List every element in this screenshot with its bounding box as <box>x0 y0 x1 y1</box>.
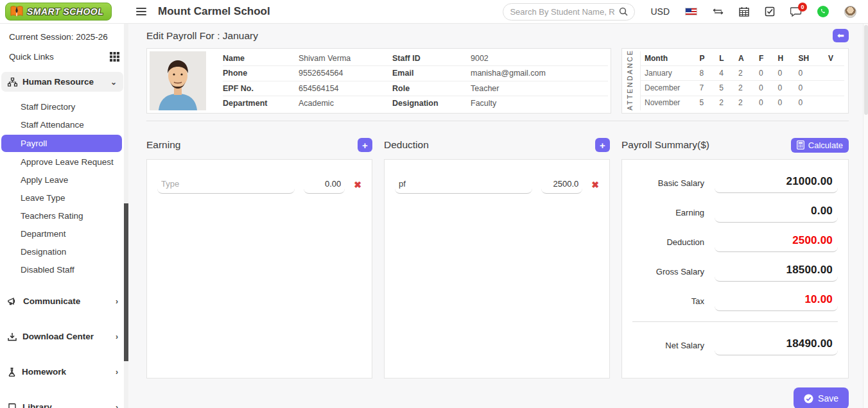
staff-details-table: NameShivam Verma Staff ID9002 Phone95526… <box>223 51 608 110</box>
section-label: Human Resource <box>22 77 94 87</box>
sidebar-item-leave-type[interactable]: Leave Type <box>0 189 128 207</box>
deduction-amount-input[interactable] <box>541 175 582 194</box>
book-pen-icon <box>10 5 24 18</box>
currency-selector[interactable]: USD <box>650 6 670 17</box>
earning-type-input[interactable] <box>157 175 295 194</box>
staff-row: Phone9552654564 Emailmanisha@gmail.com <box>223 66 608 81</box>
sitemap-icon <box>8 78 17 87</box>
sidebar-section-homework[interactable]: Homework › <box>0 359 128 384</box>
summary-row-deduction: Deduction 2500.00 <box>632 233 838 252</box>
deduction-entry-row: ✖ <box>395 175 599 194</box>
chevron-right-icon: › <box>116 368 118 377</box>
summary-row-basic-salary: Basic Salary 21000.00 <box>632 174 838 193</box>
save-button[interactable]: Save <box>794 387 849 408</box>
quick-links[interactable]: Quick Links <box>0 44 128 69</box>
payroll-summary-card: Basic Salary 21000.00 Earning 0.00 Deduc… <box>621 159 849 378</box>
staff-row: EPF No.654564154 RoleTeacher <box>223 81 608 96</box>
back-arrow-icon: ⬅ <box>837 31 844 40</box>
sidebar-item-apply-leave[interactable]: Apply Leave <box>0 171 128 189</box>
sidebar-section-library[interactable]: Library › <box>0 395 128 408</box>
deduction-type-input[interactable] <box>395 175 532 194</box>
deduction-column: Deduction + ✖ <box>384 137 610 378</box>
language-flag-icon[interactable] <box>685 8 697 15</box>
summary-row-gross-salary: Gross Salary 18500.00 <box>632 262 838 282</box>
section-label: Homework <box>22 367 66 377</box>
sidebar-item-disabled-staff[interactable]: Disabled Staff <box>0 261 128 278</box>
staff-photo <box>150 51 206 110</box>
staff-info-card: NameShivam Verma Staff ID9002 Phone95526… <box>146 48 611 114</box>
earning-title: Earning <box>146 139 180 151</box>
section-label: Download Center <box>22 332 94 341</box>
staff-row: DepartmentAcademic DesignationFaculty <box>223 96 608 110</box>
sidebar-item-approve-leave-request[interactable]: Approve Leave Request <box>0 153 128 171</box>
net-salary-divider <box>632 321 838 322</box>
attendance-table: Month P L A F H SH V January 8 4 2 <box>640 51 844 110</box>
sidebar-scrollbar-thumb[interactable] <box>124 203 128 361</box>
attendance-card: ATTENDANCE Month P L A F H SH V January <box>621 48 849 114</box>
attendance-row: January 8 4 2 0 0 0 <box>641 66 845 81</box>
user-avatar[interactable] <box>844 6 856 18</box>
summary-row-net-salary: Net Salary 18490.00 <box>632 336 838 355</box>
student-search[interactable] <box>503 3 635 21</box>
calculate-button[interactable]: Calculate <box>791 138 849 153</box>
page-title: Edit Payroll For : January <box>146 29 258 42</box>
payroll-summary-title: Payroll Summary($) <box>621 139 709 151</box>
flask-icon <box>8 368 16 377</box>
sidebar-item-teachers-rating[interactable]: Teachers Rating <box>0 207 128 225</box>
school-name: Mount Carmel School <box>158 5 270 18</box>
sidebar-item-staff-attendance[interactable]: Staff Attendance <box>0 116 128 133</box>
whatsapp-icon[interactable] <box>817 6 829 17</box>
page-scrollbar[interactable] <box>863 24 868 408</box>
chevron-right-icon: › <box>116 403 118 408</box>
attendance-row: November 5 2 2 0 0 0 <box>641 96 845 110</box>
sidebar-item-payroll[interactable]: Payroll <box>1 135 122 152</box>
attendance-side-label: ATTENDANCE <box>626 51 638 110</box>
earning-amount-input[interactable] <box>304 175 345 194</box>
messages-badge: 0 <box>798 3 807 12</box>
sidebar-item-staff-directory[interactable]: Staff Directory <box>0 98 128 115</box>
add-earning-button[interactable]: + <box>358 138 372 152</box>
net-salary-value: 18490.00 <box>715 336 838 355</box>
hamburger-menu-icon[interactable] <box>134 5 149 18</box>
logo-box: SMART SCHOOL <box>5 3 112 21</box>
basic-salary-value: 21000.00 <box>715 174 838 193</box>
search-input[interactable] <box>510 7 619 17</box>
download-icon <box>8 332 17 341</box>
back-button[interactable]: ⬅ <box>833 29 849 42</box>
summary-row-earning: Earning 0.00 <box>632 203 838 223</box>
attendance-row: December 7 5 2 0 0 0 <box>641 81 845 96</box>
task-check-icon[interactable] <box>765 6 775 17</box>
chevron-right-icon: › <box>116 297 118 306</box>
deduction-card: ✖ <box>384 159 610 378</box>
exchange-icon[interactable] <box>713 7 724 16</box>
megaphone-icon <box>8 297 17 306</box>
chevron-right-icon: › <box>116 332 118 341</box>
plus-icon: + <box>600 140 605 150</box>
tax-value: 10.00 <box>715 292 838 311</box>
sidebar-section-download-center[interactable]: Download Center › <box>0 324 128 349</box>
current-session-label: Current Session: 2025-26 <box>0 24 128 44</box>
calendar-icon[interactable] <box>739 6 749 17</box>
deduction-title: Deduction <box>384 139 429 151</box>
sidebar-section-communicate[interactable]: Communicate › <box>0 289 128 314</box>
delete-deduction-icon[interactable]: ✖ <box>591 180 599 190</box>
sidebar-item-department[interactable]: Department <box>0 225 128 242</box>
earning-column: Earning + ✖ <box>146 137 372 378</box>
plus-icon: + <box>362 140 368 150</box>
summary-row-tax: Tax 10.00 <box>632 292 838 311</box>
delete-earning-icon[interactable]: ✖ <box>354 180 361 190</box>
search-icon[interactable] <box>619 7 628 16</box>
payroll-summary-column: Payroll Summary($) Calculate Basic Salar… <box>621 137 849 378</box>
deduction-total-value: 2500.00 <box>715 233 838 252</box>
sidebar-section-human-resource[interactable]: Human Resource ⌄ <box>1 72 123 92</box>
sidebar-item-designation[interactable]: Designation <box>0 243 128 260</box>
top-right-controls: USD 0 <box>503 3 868 21</box>
book-icon <box>8 403 17 408</box>
staff-row: NameShivam Verma Staff ID9002 <box>223 51 608 66</box>
page-scrollbar-thumb[interactable] <box>864 25 868 115</box>
earning-card: ✖ <box>146 159 372 378</box>
calculator-icon <box>797 140 804 149</box>
messages-icon[interactable]: 0 <box>790 6 802 17</box>
add-deduction-button[interactable]: + <box>595 138 610 152</box>
logo[interactable]: SMART SCHOOL <box>0 3 128 21</box>
